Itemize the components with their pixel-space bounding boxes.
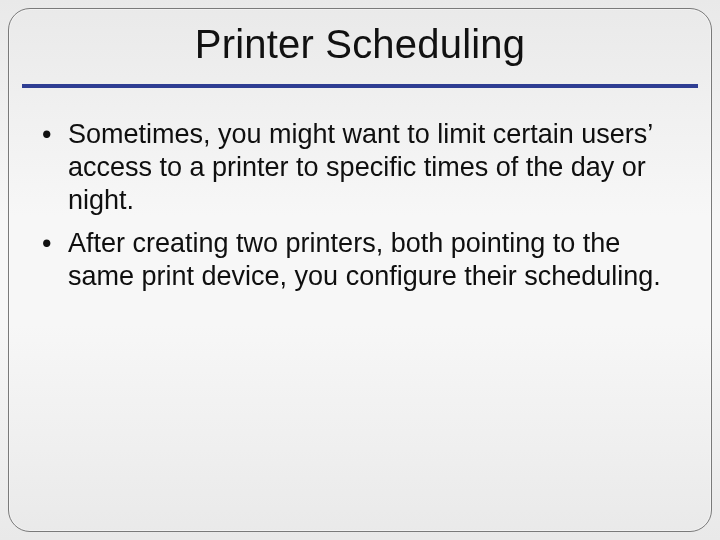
slide: Printer Scheduling Sometimes, you might … (0, 0, 720, 540)
slide-body: Sometimes, you might want to limit certa… (40, 118, 672, 303)
list-item: Sometimes, you might want to limit certa… (40, 118, 672, 217)
title-rule (22, 84, 698, 88)
bullet-list: Sometimes, you might want to limit certa… (40, 118, 672, 293)
slide-title: Printer Scheduling (0, 22, 720, 67)
list-item: After creating two printers, both pointi… (40, 227, 672, 293)
